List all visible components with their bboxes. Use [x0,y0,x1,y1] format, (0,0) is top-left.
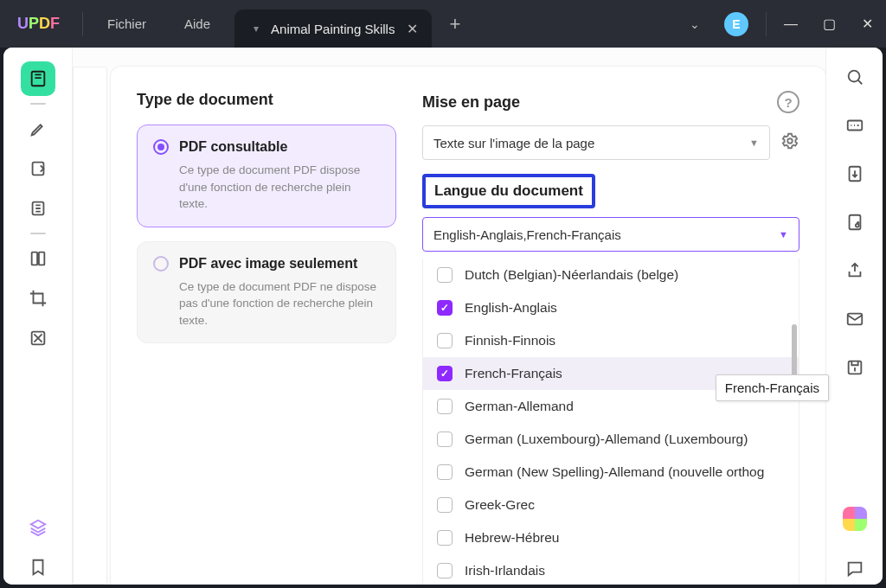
window-maximize-button[interactable]: ▢ [810,16,848,32]
workspace: Type de document PDF consultable Ce type… [3,48,883,585]
language-dropdown: Dutch (Belgian)-Néerlandais (belge)Engli… [422,259,799,585]
language-option-label: Greek-Grec [465,497,535,513]
window-minimize-button[interactable]: — [772,16,810,32]
language-option[interactable]: German (New Spelling)-Allemand (nouvelle… [423,456,799,489]
help-icon[interactable]: ? [777,91,799,113]
language-option-label: French-Français [465,366,562,381]
radio-image-only-pdf[interactable]: PDF avec image seulement Ce type de docu… [137,241,396,344]
window-close-button[interactable]: ✕ [848,16,886,32]
rail-bookmark-icon[interactable] [21,550,55,585]
language-option[interactable]: Irish-Irlandais [423,554,799,585]
checkbox-icon [437,431,453,447]
main-area: Type de document PDF consultable Ce type… [73,48,825,585]
save-icon[interactable] [838,352,872,383]
app-logo: UPDF [0,15,77,33]
share-icon[interactable] [838,255,872,286]
ocr-panel: Type de document PDF consultable Ce type… [111,67,825,585]
search-icon[interactable] [838,61,872,93]
tooltip: French-Français [716,374,829,401]
protect-icon[interactable] [838,207,872,238]
doc-type-heading: Type de document [137,91,396,109]
rail-crop-icon[interactable] [21,281,55,316]
rail-separator [30,233,46,234]
layout-select[interactable]: Texte sur l'image de la page ▼ [422,125,770,160]
language-option[interactable]: German (Luxembourg)-Allemand (Luxembourg… [423,423,799,456]
checkbox-icon [437,399,453,414]
layout-heading: Mise en page [422,93,520,112]
rail-layers-icon[interactable] [21,510,55,545]
lang-heading-highlight: Langue du document [422,174,595,208]
document-edge [73,67,107,585]
radio-icon [153,256,169,272]
language-option-label: German-Allemand [465,399,574,414]
checkbox-icon [437,300,453,316]
language-option-label: Irish-Irlandais [465,563,545,578]
rail-redact-icon[interactable] [21,321,55,355]
avatar[interactable]: E [724,12,748,36]
language-option-label: Finnish-Finnois [465,333,555,348]
language-option[interactable]: Greek-Grec [423,489,799,521]
rail-highlight-icon[interactable] [21,112,55,146]
rail-reader-icon[interactable] [21,61,55,96]
svg-point-6 [787,138,793,144]
layout-select-value: Texte sur l'image de la page [433,136,594,150]
rail-organize-icon[interactable] [21,241,55,276]
checkbox-icon [437,563,453,578]
updf-logo-small[interactable] [843,507,867,531]
rail-pages-icon[interactable] [21,191,55,226]
tab-title: Animal Painting Skills [271,22,395,36]
caret-down-icon: ▼ [779,229,788,240]
checkbox-icon [437,333,453,348]
checkbox-icon [437,497,453,513]
menu-help[interactable]: Aide [165,16,229,31]
mail-icon[interactable] [838,304,872,335]
divider [766,12,767,36]
radio-description: Ce type de document PDF ne dispose pas d… [153,278,380,329]
language-option-label: English-Anglais [465,300,557,316]
lang-heading: Langue du document [434,182,583,199]
convert-icon[interactable] [838,158,872,189]
tab-active[interactable]: ▾ Animal Painting Skills ✕ [234,10,432,48]
checkbox-icon [437,530,453,546]
radio-icon [153,139,169,155]
left-rail [3,48,73,585]
tab-add-button[interactable]: + [432,13,478,35]
tab-close-icon[interactable]: ✕ [407,21,418,37]
svg-point-11 [855,224,858,227]
tab-indicator-icon: ▾ [254,22,259,35]
svg-point-7 [848,71,859,82]
caret-down-icon: ▼ [749,137,759,148]
language-option-label: Hebrew-Hébreu [465,530,559,546]
language-option[interactable]: English-Anglais [423,291,799,324]
language-option-label: Dutch (Belgian)-Néerlandais (belge) [465,267,678,283]
checkbox-icon [437,366,453,381]
checkbox-icon [437,464,453,480]
language-select[interactable]: English-Anglais,French-Français ▼ [422,217,799,252]
gear-icon[interactable] [780,131,799,154]
menu-file[interactable]: Fichier [88,16,165,31]
language-select-value: English-Anglais,French-Français [433,227,621,242]
svg-rect-1 [32,163,43,176]
radio-title: PDF avec image seulement [179,256,357,272]
language-option[interactable]: Dutch (Belgian)-Néerlandais (belge) [423,259,799,291]
svg-rect-4 [38,252,43,265]
language-option[interactable]: Finnish-Finnois [423,324,799,357]
language-option[interactable]: Hebrew-Hébreu [423,521,799,554]
divider [82,12,83,36]
radio-title: PDF consultable [179,139,287,155]
chevron-down-icon[interactable]: ⌄ [677,17,712,31]
language-option-label: German (Luxembourg)-Allemand (Luxembourg… [465,431,748,447]
rail-separator [30,103,46,105]
right-rail [825,48,883,585]
checkbox-icon [437,267,453,283]
language-option-label: German (New Spelling)-Allemand (nouvelle… [465,464,764,480]
radio-description: Ce type de document PDF dispose d'une fo… [153,162,380,213]
rail-edit-icon[interactable] [21,151,55,186]
ocr-icon[interactable] [838,110,872,141]
comment-icon[interactable] [838,553,872,585]
svg-rect-3 [31,252,36,265]
radio-searchable-pdf[interactable]: PDF consultable Ce type de document PDF … [137,125,396,227]
titlebar: UPDF Fichier Aide ▾ Animal Painting Skil… [0,0,886,48]
